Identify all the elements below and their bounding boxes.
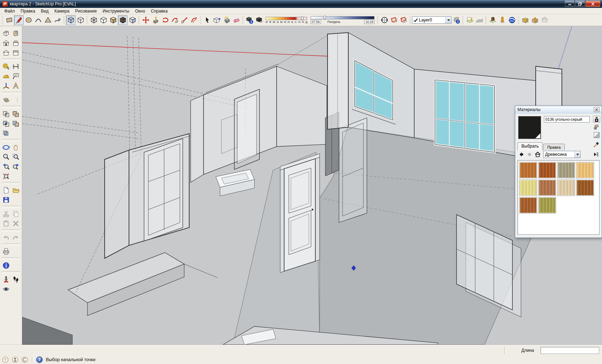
pan-button[interactable]: [11, 142, 21, 152]
toolbar-grip[interactable]: [410, 16, 411, 24]
zoom-button[interactable]: [1, 152, 11, 162]
rotate-tool-button[interactable]: [160, 15, 170, 25]
toolbar-grip[interactable]: [518, 16, 519, 24]
zoom-extents-button[interactable]: [1, 171, 11, 181]
dimension-tool-button[interactable]: [11, 62, 21, 71]
scale-tool-button[interactable]: [180, 15, 189, 25]
sign-in-icon[interactable]: [22, 356, 28, 363]
sample-paint-button[interactable]: [592, 142, 599, 148]
print-button[interactable]: [1, 246, 11, 256]
text-tool-button[interactable]: [11, 71, 21, 81]
material-swatch[interactable]: [538, 162, 556, 178]
offset-tool-button[interactable]: [189, 15, 199, 25]
default-material-button[interactable]: [593, 131, 600, 138]
share-component-button[interactable]: [540, 15, 549, 25]
cut-button[interactable]: [1, 209, 11, 219]
create-material-button[interactable]: [593, 124, 600, 130]
geolocation-icon[interactable]: [2, 356, 9, 363]
freehand-tool-button[interactable]: [53, 15, 62, 25]
circle-tool-button[interactable]: [24, 15, 33, 25]
material-swatch[interactable]: [557, 162, 575, 178]
view-top-button[interactable]: [11, 38, 21, 48]
restore-button[interactable]: [575, 1, 585, 7]
undo-button[interactable]: [1, 233, 11, 242]
toolbar-grip[interactable]: [138, 16, 140, 24]
measurement-input[interactable]: [540, 347, 599, 354]
help-icon[interactable]: ?: [36, 356, 43, 363]
select-tool-button[interactable]: [202, 15, 212, 25]
details-button[interactable]: [592, 151, 599, 158]
google-earth-button[interactable]: [507, 15, 517, 25]
wireframe-style-button[interactable]: [89, 15, 99, 25]
show-shadows-button[interactable]: [254, 15, 264, 25]
save-button[interactable]: [1, 195, 11, 205]
axes-tool-button[interactable]: [1, 81, 11, 91]
material-swatch[interactable]: [519, 162, 537, 178]
follow-me-tool-button[interactable]: [170, 15, 180, 25]
add-location-button[interactable]: [465, 15, 474, 25]
material-swatch[interactable]: [538, 197, 556, 214]
material-swatch[interactable]: [519, 179, 537, 196]
monochrome-style-button[interactable]: [128, 15, 137, 25]
split-button[interactable]: [1, 128, 11, 138]
protractor-button[interactable]: [1, 71, 11, 81]
next-view-button[interactable]: [11, 162, 21, 171]
zoom-window-button[interactable]: [11, 152, 21, 162]
view-front-button[interactable]: [1, 38, 11, 48]
date-slider-track[interactable]: [266, 17, 307, 20]
back-edges-style-button[interactable]: [76, 15, 85, 25]
redo-button[interactable]: [11, 233, 21, 242]
minimize-button[interactable]: [564, 1, 575, 7]
share-model-button[interactable]: [530, 15, 540, 25]
trim-button[interactable]: [11, 119, 21, 128]
orbit-button[interactable]: [1, 142, 11, 152]
model-info-button[interactable]: [1, 260, 11, 270]
close-button[interactable]: [585, 1, 601, 7]
paste-button[interactable]: [1, 219, 11, 228]
push-pull-tool-button[interactable]: [150, 15, 160, 25]
material-swatch[interactable]: [557, 179, 575, 196]
rectangle-tool-button[interactable]: [4, 15, 14, 25]
shadow-time-slider[interactable]: 07:56 Полдень 16:29: [311, 16, 374, 24]
get-models-button[interactable]: [520, 15, 530, 25]
date-slider-thumb[interactable]: [301, 16, 304, 20]
layer-combo-arrow[interactable]: [445, 17, 451, 23]
toolbar-grip[interactable]: [86, 16, 88, 24]
make-component-button[interactable]: [212, 15, 222, 25]
menu-view[interactable]: Вид: [38, 8, 52, 14]
material-swatch[interactable]: [519, 197, 537, 214]
view-right-button[interactable]: [11, 28, 21, 38]
polygon-tool-button[interactable]: [43, 15, 53, 25]
forward-button[interactable]: [526, 151, 533, 158]
eraser-button[interactable]: [231, 15, 241, 25]
toolbar-grip[interactable]: [2, 16, 3, 24]
display-section-planes-button[interactable]: [389, 15, 399, 25]
intersect-button[interactable]: [1, 109, 11, 119]
shaded-style-button[interactable]: [108, 15, 118, 25]
toolbar-grip[interactable]: [63, 16, 65, 24]
layer-manager-button[interactable]: [452, 15, 461, 25]
menu-camera[interactable]: Камера: [52, 8, 72, 14]
toolbar-grip[interactable]: [377, 16, 378, 24]
position-camera-button[interactable]: [1, 274, 11, 284]
outer-shell-button[interactable]: [1, 95, 11, 105]
walk-button[interactable]: [11, 274, 21, 284]
toggle-secondary-pane-button[interactable]: [593, 116, 600, 123]
material-swatch[interactable]: [576, 162, 594, 178]
move-tool-button[interactable]: [141, 15, 150, 25]
solid-tools-grip[interactable]: [11, 95, 21, 105]
tab-select[interactable]: Выбрать: [517, 142, 543, 150]
display-section-cuts-button[interactable]: [399, 15, 408, 25]
menu-file[interactable]: Файл: [1, 8, 18, 14]
3d-text-button[interactable]: [11, 81, 21, 91]
material-name-input[interactable]: [544, 116, 590, 123]
view-iso-button[interactable]: [1, 28, 11, 38]
tab-edit[interactable]: Правка: [543, 144, 564, 150]
material-swatch[interactable]: [576, 179, 594, 196]
shaded-textures-style-button[interactable]: [118, 15, 128, 25]
collection-dropdown[interactable]: Древесина: [543, 151, 580, 158]
shadow-settings-button[interactable]: [245, 15, 254, 25]
new-file-button[interactable]: [1, 185, 11, 195]
collection-dropdown-arrow[interactable]: [574, 151, 580, 158]
toolbar-grip[interactable]: [462, 16, 464, 24]
